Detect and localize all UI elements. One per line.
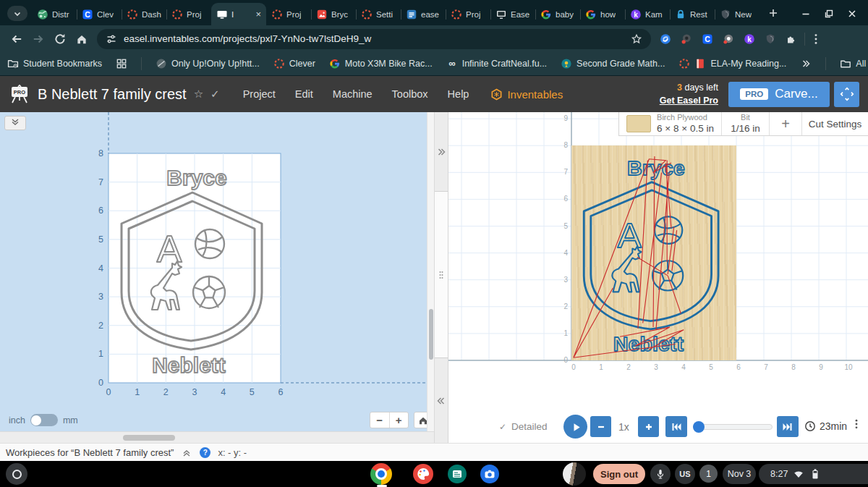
tab[interactable]: how	[580, 3, 625, 25]
extension-shield-gray[interactable]	[765, 33, 776, 45]
tab[interactable]: kKam	[625, 3, 670, 25]
project-title[interactable]: B Neblett 7 family crest	[38, 86, 187, 103]
camera-app-icon[interactable]	[480, 464, 500, 484]
favorite-star-icon[interactable]: ☆	[194, 88, 203, 101]
collapse-left-button[interactable]	[435, 358, 448, 443]
bit-selector[interactable]: Bit 1/16 in	[722, 112, 770, 135]
menu-project[interactable]: Project	[243, 88, 276, 100]
extension-circle-reddot[interactable]	[681, 33, 692, 45]
notification-counter[interactable]: 1	[699, 465, 718, 483]
zoom-in-button[interactable]: +	[390, 412, 409, 428]
keyboard-language-button[interactable]: US	[675, 464, 695, 484]
files-app-icon[interactable]	[447, 464, 467, 484]
tab[interactable]: New	[715, 3, 760, 25]
launcher-button[interactable]	[6, 463, 27, 485]
divider-drag-handle[interactable]	[435, 192, 448, 358]
skip-to-end-button[interactable]	[777, 416, 799, 437]
bookmark-item[interactable]: Clever	[273, 58, 315, 69]
tab[interactable]: Ease	[490, 3, 535, 25]
new-tab-button[interactable]	[764, 4, 783, 22]
status-tray[interactable]: 8:27	[759, 464, 868, 484]
tab[interactable]: CClev	[77, 3, 122, 25]
extension-camera-rec[interactable]	[723, 33, 734, 45]
cut-settings-button[interactable]: Cut Settings	[802, 112, 868, 135]
design-canvas[interactable]: 8765432100123456BryceANeblett	[0, 112, 434, 431]
detailed-checkbox[interactable]: ✓ Detailed	[499, 421, 548, 432]
bookmarks-overflow-button[interactable]	[800, 58, 812, 69]
tab[interactable]: Proj	[166, 3, 211, 25]
speed-up-button[interactable]	[638, 416, 659, 437]
bookmark-item[interactable]: Student Bookmarks	[7, 58, 102, 69]
tab-close-icon[interactable]: ×	[255, 9, 261, 19]
menu-toolbox[interactable]: Toolbox	[392, 88, 428, 100]
bookmark-item[interactable]: ∞Infinite CraftNeal.fu...	[446, 58, 547, 69]
chrome-app-icon[interactable]	[370, 463, 392, 485]
tab-active[interactable]: I×	[211, 3, 266, 25]
close-window-button[interactable]	[846, 8, 858, 20]
slider-knob[interactable]	[693, 421, 705, 433]
microphone-button[interactable]	[650, 464, 671, 484]
menu-help[interactable]: Help	[448, 88, 469, 100]
collapse-workpieces-button[interactable]	[181, 446, 192, 458]
forward-button[interactable]	[27, 28, 49, 50]
minimize-button[interactable]	[800, 8, 812, 20]
tab[interactable]: Bryc	[311, 3, 356, 25]
extension-swirl-blue[interactable]	[660, 33, 671, 45]
browser-menu-button[interactable]	[805, 28, 827, 50]
address-bar[interactable]: easel.inventables.com/projects/pxl7-YnNo…	[97, 29, 651, 49]
tab[interactable]: Proj	[266, 3, 311, 25]
carve-button[interactable]: PRO Carve...	[728, 82, 830, 107]
help-badge[interactable]: ?	[200, 447, 210, 458]
inventables-link[interactable]: Inventables	[490, 88, 563, 101]
tab[interactable]: Distr	[32, 3, 77, 25]
sign-out-button[interactable]: Sign out	[593, 464, 645, 484]
tab[interactable]: ease	[401, 3, 446, 25]
simulation-menu-button[interactable]	[851, 418, 862, 430]
canvas-vertical-scrollbar[interactable]	[427, 112, 434, 431]
tab[interactable]: Setti	[356, 3, 401, 25]
add-bit-button[interactable]: +	[770, 112, 802, 135]
easel-pro-logo[interactable]: PRO	[9, 85, 30, 104]
avatar[interactable]	[563, 462, 586, 486]
expand-right-button[interactable]	[435, 112, 448, 192]
jog-pan-button[interactable]	[834, 82, 859, 107]
bookmark-item[interactable]: Only Up!Only Up!htt...	[156, 58, 260, 69]
canvas-horizontal-scrollbar[interactable]	[0, 431, 434, 443]
bookmark-item[interactable]: ELA-My Reading...	[678, 58, 786, 69]
unit-toggle-switch[interactable]	[30, 414, 58, 426]
date-button[interactable]: Nov 3	[723, 464, 756, 484]
tab[interactable]: Rest	[670, 3, 715, 25]
skip-to-start-button[interactable]	[665, 416, 687, 437]
extension-puzzle[interactable]	[786, 33, 797, 45]
speed-down-button[interactable]	[590, 416, 611, 437]
simulation-slider[interactable]	[693, 424, 773, 430]
site-settings-icon[interactable]	[106, 33, 117, 45]
scrollbar-thumb[interactable]	[123, 435, 175, 441]
scrollbar-thumb[interactable]	[429, 309, 433, 360]
reload-button[interactable]	[49, 28, 71, 50]
bookmark-star-icon[interactable]	[631, 33, 642, 45]
extension-kami[interactable]: k	[744, 33, 755, 45]
restore-button[interactable]	[823, 8, 835, 20]
zoom-out-button[interactable]: −	[370, 412, 390, 428]
menu-edit[interactable]: Edit	[295, 88, 313, 100]
extension-clever[interactable]: C	[702, 33, 713, 45]
material-workpiece-preview[interactable]: BryceANeblett	[571, 145, 736, 360]
tab[interactable]: Dash	[122, 3, 166, 25]
menu-machine[interactable]: Machine	[333, 88, 373, 100]
bookmark-item[interactable]	[116, 58, 127, 69]
tab-search-button[interactable]	[7, 6, 27, 21]
all-bookmarks-button[interactable]: All Bookmarks	[840, 58, 868, 69]
get-easel-pro-link[interactable]: Get Easel Pro	[660, 94, 718, 107]
material-selector[interactable]: Birch Plywood 6 × 8 × 0.5 in	[619, 112, 722, 135]
collapse-panel-button[interactable]	[4, 116, 26, 130]
bookmark-item[interactable]: Moto X3M Bike Rac...	[329, 58, 433, 69]
tab[interactable]: baby	[535, 3, 580, 25]
tab[interactable]: Proj	[446, 3, 490, 25]
canvas-app-icon[interactable]	[412, 463, 434, 485]
home-button[interactable]	[71, 28, 93, 50]
bookmark-item[interactable]: Second Grade Math...	[561, 58, 665, 69]
back-button[interactable]	[6, 28, 27, 50]
carve-preview-panel[interactable]: 9876543210012345678910 BryceANeblett Bir…	[448, 112, 868, 411]
play-button[interactable]	[563, 415, 587, 439]
